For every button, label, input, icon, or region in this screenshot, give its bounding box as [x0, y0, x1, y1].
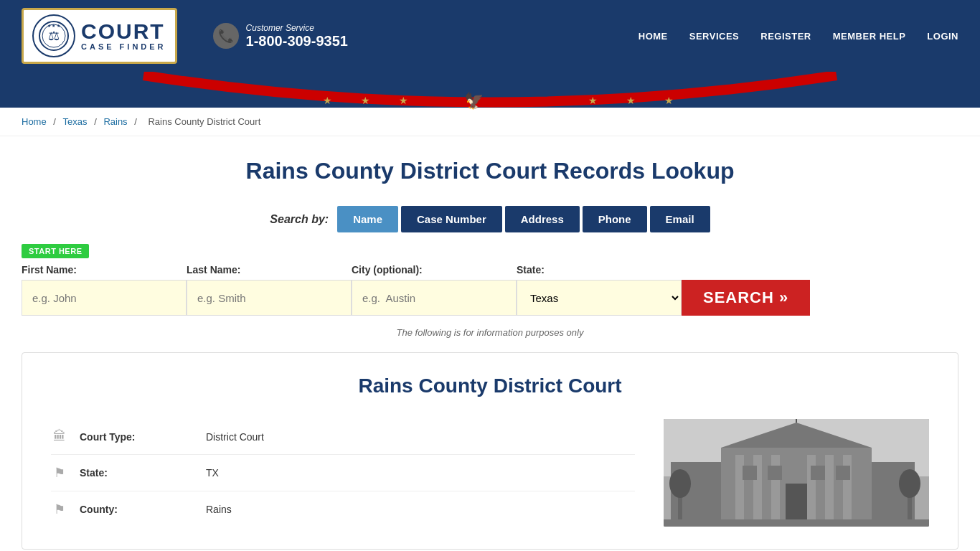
court-type-label: Court Type:	[80, 431, 194, 443]
svg-rect-15	[825, 455, 834, 527]
tab-phone[interactable]: Phone	[583, 206, 647, 232]
swoosh-container: ★ ★ ★ ★ ★ ★ 🦅	[0, 72, 980, 108]
logo-court-text: COURT	[81, 21, 166, 42]
svg-rect-20	[811, 466, 825, 480]
nav-home[interactable]: HOME	[639, 31, 668, 42]
search-section: Search by: Name Case Number Address Phon…	[22, 206, 958, 338]
logo-area[interactable]: ⚖ ★ ★ ★ COURT CASE FINDER	[22, 8, 177, 64]
search-button-wrapper: SEARCH »	[682, 280, 810, 316]
nav-login[interactable]: LOGIN	[927, 31, 958, 42]
tab-case-number[interactable]: Case Number	[401, 206, 502, 232]
tab-name[interactable]: Name	[337, 206, 398, 232]
court-type-icon: 🏛	[51, 429, 68, 444]
county-detail-label: County:	[80, 504, 194, 515]
nav-register[interactable]: REGISTER	[760, 31, 811, 42]
city-input[interactable]	[352, 280, 517, 316]
last-name-label: Last Name:	[187, 264, 352, 276]
court-info-content: 🏛 Court Type: District Court ⚑ State: TX…	[51, 419, 929, 527]
svg-text:⚖: ⚖	[48, 29, 60, 43]
svg-text:★ ★ ★: ★ ★ ★	[323, 95, 421, 106]
customer-service: 📞 Customer Service 1-800-309-9351	[213, 23, 348, 50]
county-icon: ⚑	[51, 501, 68, 517]
city-group: City (optional):	[352, 264, 517, 316]
county-detail-value: Rains	[206, 504, 232, 515]
court-type-value: District Court	[206, 431, 264, 443]
court-info-title: Rains County District Court	[51, 375, 929, 397]
first-name-label: First Name:	[22, 264, 187, 276]
courthouse-svg	[664, 419, 929, 527]
svg-rect-18	[743, 466, 757, 480]
first-name-input[interactable]	[22, 280, 187, 316]
tab-address[interactable]: Address	[505, 206, 580, 232]
state-detail-value: TX	[206, 467, 219, 479]
customer-service-text: Customer Service 1-800-309-9351	[246, 23, 348, 50]
info-note: The following is for information purpose…	[22, 327, 958, 338]
search-by-label: Search by:	[270, 213, 329, 226]
state-group: State: TexasAlabamaAlaskaArizonaArkansas…	[517, 264, 682, 316]
svg-point-29	[899, 469, 920, 498]
svg-text:★ ★ ★: ★ ★ ★	[47, 24, 60, 28]
logo-box: ⚖ ★ ★ ★ COURT CASE FINDER	[22, 8, 177, 64]
state-label: State:	[517, 264, 682, 276]
svg-rect-21	[836, 466, 850, 480]
customer-service-number: 1-800-309-9351	[246, 33, 348, 50]
start-here-badge: START HERE	[22, 244, 958, 264]
last-name-group: Last Name:	[187, 264, 352, 316]
city-label: City (optional):	[352, 264, 517, 276]
nav-member-help[interactable]: MEMBER HELP	[833, 31, 906, 42]
detail-row-court-type: 🏛 Court Type: District Court	[51, 419, 635, 455]
svg-point-27	[669, 469, 691, 498]
nav-services[interactable]: SERVICES	[689, 31, 740, 42]
detail-row-state: ⚑ State: TX	[51, 455, 635, 491]
state-select[interactable]: TexasAlabamaAlaskaArizonaArkansasCalifor…	[517, 280, 682, 316]
main-content: Rains County District Court Records Look…	[0, 136, 980, 551]
logo-text: COURT CASE FINDER	[81, 21, 166, 51]
site-header: ⚖ ★ ★ ★ COURT CASE FINDER 📞 Customer Ser…	[0, 0, 980, 72]
detail-row-county: ⚑ County: Rains	[51, 491, 635, 527]
first-name-group: First Name:	[22, 264, 187, 316]
customer-service-label: Customer Service	[246, 23, 348, 33]
court-info-box: Rains County District Court 🏛 Court Type…	[22, 352, 958, 550]
search-by-row: Search by: Name Case Number Address Phon…	[22, 206, 958, 232]
court-photo	[664, 419, 929, 527]
page-title: Rains County District Court Records Look…	[22, 158, 958, 184]
swoosh-svg: ★ ★ ★ ★ ★ ★ 🦅	[0, 72, 980, 122]
logo-case-finder-text: CASE FINDER	[81, 42, 166, 51]
logo-emblem: ⚖ ★ ★ ★	[32, 14, 75, 57]
header-nav: HOME SERVICES REGISTER MEMBER HELP LOGIN	[639, 31, 958, 42]
svg-text:🦅: 🦅	[464, 91, 484, 110]
search-button[interactable]: SEARCH »	[682, 280, 810, 316]
last-name-input[interactable]	[187, 280, 352, 316]
svg-rect-19	[768, 466, 782, 480]
state-detail-label: State:	[80, 467, 194, 479]
search-form: First Name: Last Name: City (optional): …	[22, 264, 958, 316]
court-info-details: 🏛 Court Type: District Court ⚑ State: TX…	[51, 419, 635, 527]
tab-email[interactable]: Email	[650, 206, 710, 232]
svg-rect-30	[664, 519, 929, 527]
state-icon: ⚑	[51, 465, 68, 481]
svg-text:★ ★ ★: ★ ★ ★	[588, 95, 687, 106]
phone-icon: 📞	[213, 23, 239, 49]
